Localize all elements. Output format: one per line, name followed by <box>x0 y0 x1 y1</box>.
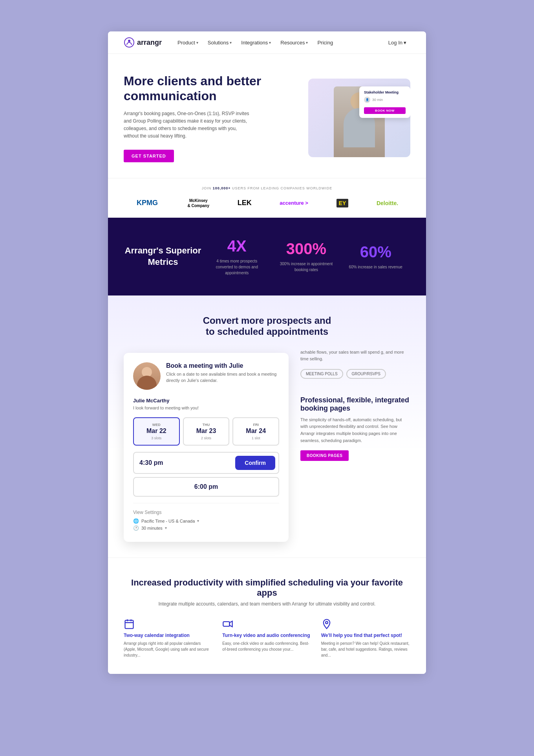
booking-info: Book a meeting with Julie Click on a dat… <box>166 362 279 384</box>
nav-resources[interactable]: Resources ▾ <box>276 37 312 48</box>
get-started-button[interactable]: GET STARTED <box>124 150 174 162</box>
metric-60: 60% 60% increase in sales revenue <box>341 243 410 270</box>
booking-subtitle: Click on a date to see available times a… <box>166 371 279 384</box>
hero-section: More clients and better communication Ar… <box>108 54 426 178</box>
metric-300-number: 300% <box>280 240 333 258</box>
convert-right: achable flows, your sales team will spen… <box>300 345 410 469</box>
feature-calendar-desc: Arrangr plugs right into all popular cal… <box>124 640 213 658</box>
date-num-fri: Mar 24 <box>236 428 275 435</box>
feature-video-desc: Easy, one-click video or audio conferenc… <box>222 640 311 652</box>
resources-chevron-icon: ▾ <box>306 40 308 45</box>
svg-text:KPMG: KPMG <box>137 199 158 207</box>
solutions-chevron-icon: ▾ <box>230 40 232 45</box>
nav-login[interactable]: Log In ▾ <box>384 37 410 48</box>
calendar-icon <box>124 618 135 629</box>
date-day-fri: FRI <box>236 423 275 427</box>
metrics-section: Arrangr's Superior Metrics 4X 4 times mo… <box>108 218 426 295</box>
date-slot-wed[interactable]: WED Mar 22 3 slots <box>133 417 180 446</box>
convert-tabs: MEETING POLLS GROUP/RSVPS <box>300 369 410 379</box>
date-slots-fri: 1 slot <box>236 436 275 440</box>
booking-person-name: Julie McCarthy <box>133 398 279 404</box>
feature-location: We'll help you find that perfect spot! M… <box>321 618 410 658</box>
metric-4x: 4X 4 times more prospects converted to d… <box>202 237 272 276</box>
globe-icon: 🌐 <box>133 518 139 524</box>
feature-location-desc: Meeting in person? We can help! Quick re… <box>321 640 410 658</box>
social-proof-section: JOIN 100,000+ USERS FROM LEADING COMPANI… <box>108 178 426 218</box>
booking-pages-desc: The simplicity of hands-off, automatic s… <box>300 417 410 444</box>
meeting-card: Stakeholder Meeting 👤 30 min BOOK NOW <box>359 86 410 118</box>
meeting-avatar: 👤 <box>364 97 370 103</box>
booking-pages-button[interactable]: BOOKING PAGES <box>300 450 349 461</box>
tab-group-rsvps[interactable]: GROUP/RSVPS <box>346 369 386 379</box>
duration-setting[interactable]: 🕐 30 minutes ▾ <box>133 525 279 531</box>
booking-title: Book a meeting with Julie <box>166 362 279 369</box>
svg-rect-7 <box>223 622 230 626</box>
date-num-thu: Mar 23 <box>187 428 226 435</box>
feature-video: Turn-key video and audio conferencing Ea… <box>222 618 311 658</box>
company-logos: KPMG McKinsey& Company LEK accenture > E… <box>124 196 410 210</box>
booking-pages-title: Professional, flexible, integrated booki… <box>300 396 410 413</box>
nav-links: Product ▾ Solutions ▾ Integrations ▾ Res… <box>174 37 384 48</box>
date-slot-thu[interactable]: THU Mar 23 2 slots <box>183 417 230 446</box>
location-icon <box>321 618 332 629</box>
nav-product[interactable]: Product ▾ <box>174 37 202 48</box>
product-chevron-icon: ▾ <box>196 40 198 45</box>
metric-60-desc: 60% increase in sales revenue <box>349 264 402 270</box>
navbar: arrangr Product ▾ Solutions ▾ Integratio… <box>108 31 426 54</box>
date-num-wed: Mar 22 <box>137 428 176 435</box>
view-settings-label: View Settings <box>133 510 279 515</box>
booking-area: Book a meeting with Julie Click on a dat… <box>124 345 410 542</box>
confirm-button[interactable]: Confirm <box>235 456 275 470</box>
productivity-description: Integrate multiple accounts, calendars, … <box>124 601 410 607</box>
time-slot-430[interactable]: 4:30 pm Confirm <box>133 452 279 474</box>
tab-meeting-polls[interactable]: MEETING POLLS <box>300 369 343 379</box>
date-slot-fri[interactable]: FRI Mar 24 1 slot <box>232 417 279 446</box>
integrations-chevron-icon: ▾ <box>269 40 271 45</box>
date-day-thu: THU <box>187 423 226 427</box>
time-value-430: 4:30 pm <box>139 459 163 466</box>
feature-location-title: We'll help you find that perfect spot! <box>321 633 410 638</box>
meeting-duration: 30 min <box>372 98 383 102</box>
booking-header: Book a meeting with Julie Click on a dat… <box>133 362 279 390</box>
logo[interactable]: arrangr <box>124 37 162 48</box>
date-picker: WED Mar 22 3 slots THU Mar 23 2 slots FR… <box>133 417 279 446</box>
mckinsey-logo: McKinsey& Company <box>187 198 209 208</box>
hero-title: More clients and better communication <box>124 73 300 104</box>
meeting-card-title: Stakeholder Meeting <box>364 90 406 94</box>
duration-value: 30 minutes <box>141 526 163 530</box>
booking-message: I look forward to meeting with you! <box>133 405 279 411</box>
feature-video-title: Turn-key video and audio conferencing <box>222 633 311 638</box>
feature-calendar-title: Two-way calendar integration <box>124 633 213 638</box>
video-icon <box>222 618 233 629</box>
metric-60-number: 60% <box>349 243 402 261</box>
svg-rect-3 <box>125 620 134 629</box>
nav-solutions[interactable]: Solutions ▾ <box>204 37 236 48</box>
timezone-value: Pacific Time - US & Canada <box>141 519 195 523</box>
social-proof-text: JOIN 100,000+ USERS FROM LEADING COMPANI… <box>124 186 410 190</box>
clock-icon: 🕐 <box>133 525 139 531</box>
logo-text: arrangr <box>137 39 162 47</box>
timezone-chevron-icon: ▾ <box>197 519 199 523</box>
metric-300-desc: 300% increase in appointment booking rat… <box>280 261 333 273</box>
duration-chevron-icon: ▾ <box>165 526 167 530</box>
kpmg-logo: KPMG <box>136 196 159 210</box>
lek-logo: LEK <box>238 199 252 207</box>
time-slot-600[interactable]: 6:00 pm <box>133 477 279 497</box>
user-count: 100,000+ <box>213 186 231 190</box>
timezone-setting[interactable]: 🌐 Pacific Time - US & Canada ▾ <box>133 518 279 524</box>
svg-point-8 <box>326 622 328 624</box>
nav-pricing[interactable]: Pricing <box>313 37 337 48</box>
metric-300: 300% 300% increase in appointment bookin… <box>272 240 341 273</box>
logo-icon <box>124 37 135 48</box>
booking-pages-section: Professional, flexible, integrated booki… <box>300 388 410 469</box>
book-now-button[interactable]: BOOK NOW <box>364 107 406 114</box>
productivity-title: Increased productivity with simplified s… <box>124 578 410 598</box>
booking-widget: Book a meeting with Julie Click on a dat… <box>124 353 289 542</box>
julie-avatar <box>133 362 161 390</box>
date-slots-wed: 3 slots <box>137 436 176 440</box>
hero-right: Stakeholder Meeting 👤 30 min BOOK NOW <box>308 79 410 157</box>
view-settings: View Settings 🌐 Pacific Time - US & Cana… <box>133 503 279 531</box>
convert-description: achable flows, your sales team will spen… <box>300 349 410 363</box>
nav-integrations[interactable]: Integrations ▾ <box>237 37 275 48</box>
meeting-card-time: 👤 30 min <box>364 97 406 103</box>
